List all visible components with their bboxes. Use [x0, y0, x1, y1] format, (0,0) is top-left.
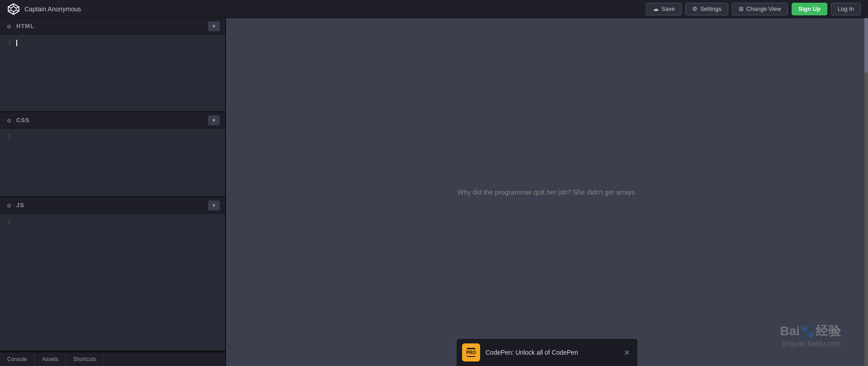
js-label: JS — [16, 202, 24, 209]
codepen-logo[interactable] — [7, 3, 20, 15]
scrollbar-thumb[interactable] — [864, 18, 868, 72]
save-icon: ☁ — [653, 5, 659, 12]
css-chevron-button[interactable]: ▾ — [208, 115, 220, 125]
change-view-button[interactable]: ⊞ Change View — [732, 3, 788, 15]
css-header-left: ⚙ CSS — [5, 117, 30, 124]
html-editor-header: ⚙ HTML ▾ — [0, 18, 225, 34]
js-editor-body[interactable]: 1 — [0, 214, 225, 351]
js-header-left: ⚙ JS — [5, 202, 24, 209]
nav-title: Captain Anonymous — [24, 5, 81, 13]
login-button[interactable]: Log In — [831, 3, 861, 15]
css-label: CSS — [16, 117, 30, 124]
css-gear-icon[interactable]: ⚙ — [5, 117, 13, 124]
html-chevron-button[interactable]: ▾ — [208, 21, 220, 31]
settings-button[interactable]: ⚙ Settings — [685, 3, 728, 15]
top-navbar: Captain Anonymous ☁ Save ⚙ Settings ⊞ Ch… — [0, 0, 868, 18]
css-line-numbers: 1 — [0, 131, 16, 194]
html-gear-icon[interactable]: ⚙ — [5, 23, 13, 30]
html-cursor — [16, 40, 17, 46]
change-view-icon: ⊞ — [739, 5, 744, 12]
js-chevron-button[interactable]: ▾ — [208, 200, 220, 210]
tab-assets[interactable]: Assets — [35, 352, 66, 366]
html-editor-section: ⚙ HTML ▾ 1 — [0, 18, 225, 112]
baidu-text: Bai🐾经验 — [780, 323, 841, 340]
js-gear-icon[interactable]: ⚙ — [5, 202, 13, 209]
tab-shortcuts[interactable]: Shortcuts — [66, 352, 104, 366]
save-button[interactable]: ☁ Save — [646, 3, 682, 15]
promo-icon: PRO — [462, 343, 480, 361]
bottom-tabs: Console Assets Shortcuts — [0, 352, 225, 366]
settings-icon: ⚙ — [692, 5, 698, 12]
preview-joke: Why did the programmer quit her job? She… — [457, 188, 637, 196]
baidu-url: jingyan.baidu.com — [780, 340, 841, 348]
nav-right: ☁ Save ⚙ Settings ⊞ Change View Sign Up … — [646, 3, 861, 15]
js-code-area[interactable] — [16, 216, 225, 348]
css-editor-section: ⚙ CSS ▾ 1 — [0, 112, 225, 197]
html-line-numbers: 1 — [0, 37, 16, 109]
svg-marker-1 — [11, 6, 16, 11]
html-editor-body[interactable]: 1 — [0, 34, 225, 111]
promo-close-button[interactable]: ✕ — [621, 347, 632, 358]
left-panel: ⚙ HTML ▾ 1 ⚙ CSS ▾ 1 — [0, 18, 226, 366]
pro-badge-icon: PRO — [467, 348, 476, 357]
main-layout: ⚙ HTML ▾ 1 ⚙ CSS ▾ 1 — [0, 18, 868, 366]
nav-left: Captain Anonymous — [7, 3, 81, 15]
preview-panel: Why did the programmer quit her job? She… — [226, 18, 868, 366]
tab-console[interactable]: Console — [0, 352, 35, 366]
css-editor-header: ⚙ CSS ▾ — [0, 112, 225, 128]
baidu-watermark: Bai🐾经验 jingyan.baidu.com — [780, 323, 841, 348]
js-editor-section: ⚙ JS ▾ 1 — [0, 197, 225, 352]
html-label: HTML — [16, 23, 34, 29]
js-editor-header: ⚙ JS ▾ — [0, 197, 225, 214]
pro-badge-text: PRO — [464, 349, 478, 356]
signup-button[interactable]: Sign Up — [792, 3, 827, 15]
promo-banner: PRO CodePen: Unlock all of CodePen ✕ — [457, 339, 637, 366]
html-code-area[interactable] — [16, 37, 225, 109]
js-line-numbers: 1 — [0, 216, 16, 348]
css-code-area[interactable] — [16, 131, 225, 194]
css-editor-body[interactable]: 1 — [0, 128, 225, 196]
html-header-left: ⚙ HTML — [5, 23, 34, 30]
promo-text: CodePen: Unlock all of CodePen — [486, 349, 616, 356]
